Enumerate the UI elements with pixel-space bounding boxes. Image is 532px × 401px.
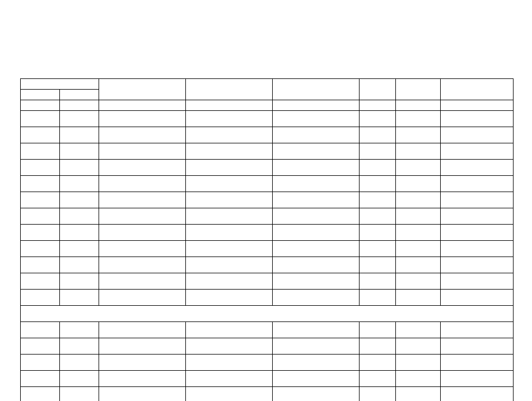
- cell-d: [186, 257, 273, 273]
- cell-d: [186, 387, 273, 402]
- cell-d: [186, 322, 273, 338]
- cell-f: [360, 241, 396, 257]
- cell-f: [360, 355, 396, 371]
- cell-a: [21, 160, 60, 176]
- cell-d: [186, 241, 273, 257]
- cell-f: [360, 387, 396, 402]
- cell-g: [396, 160, 441, 176]
- table-row: [21, 290, 514, 306]
- cell-g: [396, 111, 441, 127]
- header-col-d: [186, 79, 273, 100]
- cell-g: [396, 192, 441, 208]
- table-row: [21, 192, 514, 208]
- table-row: [21, 208, 514, 225]
- cell-e: [273, 192, 360, 208]
- cell-f: [360, 225, 396, 241]
- cell-a: [21, 176, 60, 192]
- cell-b: [60, 290, 99, 306]
- cell-f: [360, 143, 396, 160]
- cell-d: [186, 176, 273, 192]
- cell-h: [441, 355, 514, 371]
- cell-g: [396, 338, 441, 355]
- cell-e: [273, 273, 360, 290]
- cell-a: [21, 371, 60, 387]
- cell-h: [441, 371, 514, 387]
- header-col-h: [441, 79, 514, 100]
- cell-g: [396, 371, 441, 387]
- table-row: [21, 225, 514, 241]
- table-row: [21, 143, 514, 160]
- cell-a: [21, 338, 60, 355]
- cell-a: [21, 290, 60, 306]
- cell-g: [396, 387, 441, 402]
- cell-h: [441, 111, 514, 127]
- cell-b: [60, 371, 99, 387]
- header-col-c: [99, 79, 186, 100]
- cell-h: [441, 160, 514, 176]
- header-bot-h: [441, 100, 514, 111]
- cell-f: [360, 160, 396, 176]
- header-sub-b: [60, 90, 99, 100]
- table-row: [21, 322, 514, 338]
- cell-b: [60, 338, 99, 355]
- table-row: [21, 127, 514, 143]
- cell-g: [396, 241, 441, 257]
- cell-g: [396, 257, 441, 273]
- cell-e: [273, 355, 360, 371]
- cell-g: [396, 322, 441, 338]
- header-col-e: [273, 79, 360, 100]
- cell-e: [273, 160, 360, 176]
- cell-a: [21, 241, 60, 257]
- cell-h: [441, 322, 514, 338]
- cell-f: [360, 322, 396, 338]
- cell-b: [60, 257, 99, 273]
- cell-g: [396, 143, 441, 160]
- cell-d: [186, 371, 273, 387]
- table-row: [21, 273, 514, 290]
- header-bot-a: [21, 100, 60, 111]
- cell-f: [360, 338, 396, 355]
- cell-f: [360, 371, 396, 387]
- cell-h: [441, 225, 514, 241]
- cell-e: [273, 127, 360, 143]
- cell-c: [99, 143, 186, 160]
- cell-h: [441, 127, 514, 143]
- cell-d: [186, 127, 273, 143]
- cell-g: [396, 176, 441, 192]
- header-bot-b: [60, 100, 99, 111]
- cell-e: [273, 111, 360, 127]
- table-row: [21, 160, 514, 176]
- cell-c: [99, 111, 186, 127]
- cell-c: [99, 208, 186, 225]
- cell-h: [441, 338, 514, 355]
- cell-h: [441, 176, 514, 192]
- cell-c: [99, 290, 186, 306]
- cell-b: [60, 160, 99, 176]
- table-row: [21, 176, 514, 192]
- cell-g: [396, 290, 441, 306]
- cell-d: [186, 160, 273, 176]
- cell-e: [273, 176, 360, 192]
- cell-a: [21, 355, 60, 371]
- cell-c: [99, 322, 186, 338]
- cell-h: [441, 192, 514, 208]
- cell-d: [186, 192, 273, 208]
- table-row: [21, 355, 514, 371]
- cell-c: [99, 355, 186, 371]
- header-bot-c: [99, 100, 186, 111]
- cell-b: [60, 355, 99, 371]
- cell-f: [360, 208, 396, 225]
- cell-c: [99, 338, 186, 355]
- cell-a: [21, 111, 60, 127]
- cell-f: [360, 176, 396, 192]
- cell-g: [396, 273, 441, 290]
- cell-d: [186, 208, 273, 225]
- cell-f: [360, 290, 396, 306]
- cell-h: [441, 273, 514, 290]
- cell-g: [396, 208, 441, 225]
- cell-h: [441, 241, 514, 257]
- table-row: [21, 241, 514, 257]
- cell-b: [60, 127, 99, 143]
- cell-h: [441, 290, 514, 306]
- cell-e: [273, 143, 360, 160]
